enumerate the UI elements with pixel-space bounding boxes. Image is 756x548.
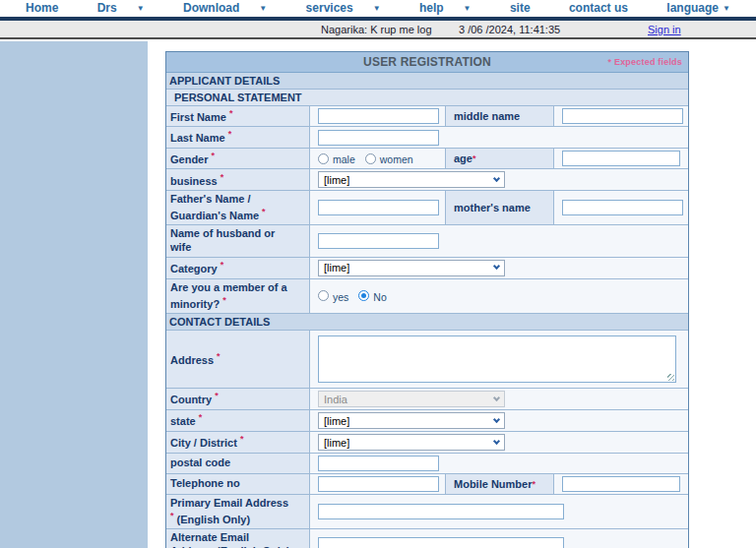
- field-label-main: Telephone no: [170, 477, 240, 489]
- husband-wife-name-input[interactable]: [318, 233, 439, 249]
- chevron-down-icon: ▼: [373, 4, 381, 13]
- field-value-cell: yesNo: [310, 279, 688, 313]
- sign-in-link[interactable]: Sign in: [648, 24, 681, 35]
- form-title-bar: USER REGISTRATION * Expected fields: [166, 52, 688, 73]
- field-label-main: Father's Name / Guardian's Name: [170, 193, 259, 220]
- status-user-text: Nagarika: K rup me log: [321, 24, 432, 35]
- first-name-input[interactable]: [318, 108, 439, 124]
- field-sublabel-cell: middle name: [446, 106, 554, 126]
- chevron-down-icon: ▼: [259, 4, 267, 13]
- field-value-cell: [310, 529, 688, 548]
- select-chevron-icon: [493, 263, 500, 270]
- nav-item-label: Download: [183, 1, 239, 15]
- field-label: Name of husband or wife: [166, 225, 310, 257]
- select-value: India: [324, 394, 347, 405]
- field-sublabel-cell: Mobile Number *: [446, 474, 554, 494]
- mobile-number-input[interactable]: [562, 476, 680, 492]
- category-select[interactable]: [lime]: [318, 260, 505, 276]
- nav-item-download[interactable]: Download▼: [183, 1, 267, 15]
- field-label-main: state: [170, 415, 196, 427]
- nav-item-label: Home: [26, 1, 58, 15]
- nav-item-drs[interactable]: Drs▼: [97, 1, 145, 15]
- required-asterisk: *: [212, 151, 216, 160]
- middle-name-input[interactable]: [562, 108, 683, 124]
- field-label: First Name *: [166, 106, 310, 126]
- field-sublabel-cell: mother's name: [446, 191, 554, 224]
- field-label-text: Country *: [170, 391, 219, 406]
- field-label-main: First Name: [170, 111, 226, 123]
- minority-no-radio[interactable]: [358, 290, 369, 301]
- field-label-text: postal code: [170, 457, 230, 470]
- field-label-main: postal code: [170, 457, 230, 468]
- father-guardian-name-input[interactable]: [318, 200, 439, 215]
- table-row: Country *India: [166, 389, 688, 410]
- field-sublabel: mother's name: [454, 202, 531, 213]
- field-label: Address *: [166, 331, 310, 388]
- chevron-down-icon: ▼: [723, 4, 730, 13]
- table-row: Telephone noMobile Number *: [166, 474, 688, 495]
- required-asterisk: *: [220, 260, 224, 270]
- field-sublabel: Mobile Number: [454, 478, 532, 490]
- status-bar: Nagarika: K rup me log 3 /06 /2024, 11:4…: [0, 21, 756, 39]
- top-navbar: HomeDrs▼Download▼services▼help▼siteconta…: [0, 0, 756, 17]
- required-asterisk: *: [220, 172, 224, 182]
- nav-item-language[interactable]: language▼: [666, 1, 730, 15]
- gender-male-radio[interactable]: [318, 153, 329, 164]
- field-value-cell: [310, 474, 446, 494]
- registration-form: USER REGISTRATION * Expected fields APPL…: [165, 51, 689, 548]
- field-label-text: Are you a member of a minority? *: [170, 281, 293, 311]
- field-label: City / District *: [166, 432, 310, 453]
- left-sidebar: [0, 41, 148, 548]
- nav-item-home[interactable]: Home: [26, 1, 58, 15]
- field-label: Last Name *: [166, 127, 310, 147]
- page-title: USER REGISTRATION: [363, 55, 491, 69]
- primary-email-input[interactable]: [318, 504, 564, 519]
- age-input[interactable]: [562, 151, 680, 166]
- table-row: City / District *[lime]: [166, 432, 688, 454]
- field-label-text: Last Name *: [170, 129, 231, 145]
- state-select[interactable]: [lime]: [318, 412, 505, 429]
- nav-item-label: help: [419, 1, 444, 15]
- field-sublabel-cell: age *: [446, 149, 554, 168]
- last-name-input[interactable]: [318, 130, 439, 146]
- select-value: [lime]: [324, 174, 349, 186]
- select-value: [lime]: [324, 415, 349, 427]
- city-district-select[interactable]: [lime]: [318, 434, 505, 451]
- required-asterisk: *: [199, 412, 203, 422]
- field-label-main: Are you a member of a minority?: [170, 281, 287, 309]
- radio-label: male: [333, 153, 355, 165]
- nav-item-contact-us[interactable]: contact us: [569, 1, 628, 15]
- address-textarea[interactable]: [318, 335, 676, 383]
- nav-item-label: services: [306, 1, 353, 15]
- table-row: First Name *middle name: [166, 106, 688, 127]
- mother-name-input[interactable]: [562, 200, 683, 215]
- field-label-text: Gender *: [170, 151, 215, 166]
- nav-item-site[interactable]: site: [510, 1, 531, 15]
- field-value-cell: [554, 474, 688, 494]
- required-asterisk: *: [229, 108, 233, 118]
- required-asterisk: *: [262, 207, 266, 216]
- field-label-main: City / District: [170, 437, 237, 449]
- nav-item-services[interactable]: services▼: [306, 1, 381, 15]
- field-label-text: Father's Name / Guardian's Name *: [170, 193, 293, 222]
- postal-code-input[interactable]: [318, 456, 439, 471]
- telephone-input[interactable]: [318, 476, 439, 492]
- nav-item-label: contact us: [569, 1, 628, 15]
- alternate-email-input[interactable]: [318, 537, 564, 548]
- field-label-text: Address *: [170, 351, 220, 367]
- field-value-cell: [310, 191, 446, 224]
- field-label-main: Address: [170, 353, 214, 365]
- select-chevron-icon: [493, 437, 500, 444]
- field-value-cell: [lime]: [310, 258, 688, 278]
- field-label: Telephone no: [166, 474, 310, 494]
- field-label-text: state *: [170, 412, 202, 428]
- nav-item-help[interactable]: help▼: [419, 1, 472, 15]
- business-select[interactable]: [lime]: [318, 171, 505, 188]
- table-row: business *[lime]: [166, 169, 688, 191]
- field-label: Gender *: [166, 149, 310, 168]
- minority-yes-radio[interactable]: [318, 290, 329, 301]
- field-value-cell: [554, 149, 688, 168]
- field-label-main: Primary Email Address: [170, 497, 288, 509]
- field-label-suffix: (English Only): [177, 513, 251, 524]
- gender-women-radio[interactable]: [365, 153, 376, 164]
